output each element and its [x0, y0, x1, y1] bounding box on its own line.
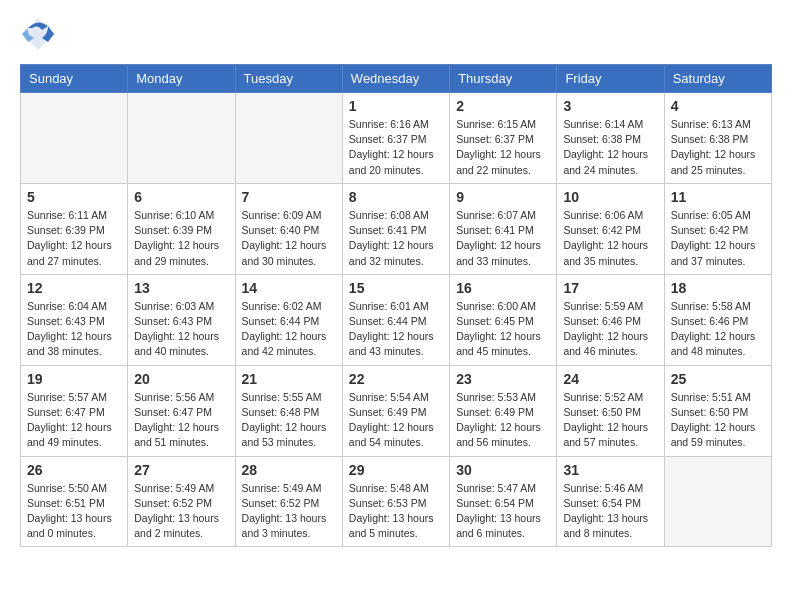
day-cell: 11Sunrise: 6:05 AMSunset: 6:42 PMDayligh…	[664, 183, 771, 274]
day-cell: 18Sunrise: 5:58 AMSunset: 6:46 PMDayligh…	[664, 274, 771, 365]
day-number: 9	[456, 189, 550, 205]
day-cell: 17Sunrise: 5:59 AMSunset: 6:46 PMDayligh…	[557, 274, 664, 365]
day-cell: 4Sunrise: 6:13 AMSunset: 6:38 PMDaylight…	[664, 93, 771, 184]
day-number: 4	[671, 98, 765, 114]
day-info: Sunrise: 5:55 AMSunset: 6:48 PMDaylight:…	[242, 390, 336, 451]
day-cell: 15Sunrise: 6:01 AMSunset: 6:44 PMDayligh…	[342, 274, 449, 365]
day-cell: 7Sunrise: 6:09 AMSunset: 6:40 PMDaylight…	[235, 183, 342, 274]
day-cell: 10Sunrise: 6:06 AMSunset: 6:42 PMDayligh…	[557, 183, 664, 274]
day-info: Sunrise: 5:59 AMSunset: 6:46 PMDaylight:…	[563, 299, 657, 360]
day-number: 29	[349, 462, 443, 478]
week-row-4: 26Sunrise: 5:50 AMSunset: 6:51 PMDayligh…	[21, 456, 772, 547]
day-cell: 12Sunrise: 6:04 AMSunset: 6:43 PMDayligh…	[21, 274, 128, 365]
header-day-saturday: Saturday	[664, 65, 771, 93]
header-day-sunday: Sunday	[21, 65, 128, 93]
day-info: Sunrise: 6:09 AMSunset: 6:40 PMDaylight:…	[242, 208, 336, 269]
day-info: Sunrise: 5:51 AMSunset: 6:50 PMDaylight:…	[671, 390, 765, 451]
day-info: Sunrise: 5:54 AMSunset: 6:49 PMDaylight:…	[349, 390, 443, 451]
day-number: 14	[242, 280, 336, 296]
day-cell: 13Sunrise: 6:03 AMSunset: 6:43 PMDayligh…	[128, 274, 235, 365]
day-cell: 27Sunrise: 5:49 AMSunset: 6:52 PMDayligh…	[128, 456, 235, 547]
day-number: 6	[134, 189, 228, 205]
day-number: 5	[27, 189, 121, 205]
day-number: 2	[456, 98, 550, 114]
header-day-tuesday: Tuesday	[235, 65, 342, 93]
day-info: Sunrise: 6:03 AMSunset: 6:43 PMDaylight:…	[134, 299, 228, 360]
day-number: 10	[563, 189, 657, 205]
day-cell: 25Sunrise: 5:51 AMSunset: 6:50 PMDayligh…	[664, 365, 771, 456]
day-cell: 26Sunrise: 5:50 AMSunset: 6:51 PMDayligh…	[21, 456, 128, 547]
day-number: 7	[242, 189, 336, 205]
day-info: Sunrise: 5:50 AMSunset: 6:51 PMDaylight:…	[27, 481, 121, 542]
day-cell: 29Sunrise: 5:48 AMSunset: 6:53 PMDayligh…	[342, 456, 449, 547]
day-info: Sunrise: 6:01 AMSunset: 6:44 PMDaylight:…	[349, 299, 443, 360]
day-info: Sunrise: 6:15 AMSunset: 6:37 PMDaylight:…	[456, 117, 550, 178]
day-cell: 3Sunrise: 6:14 AMSunset: 6:38 PMDaylight…	[557, 93, 664, 184]
day-cell: 24Sunrise: 5:52 AMSunset: 6:50 PMDayligh…	[557, 365, 664, 456]
day-cell: 6Sunrise: 6:10 AMSunset: 6:39 PMDaylight…	[128, 183, 235, 274]
header-day-thursday: Thursday	[450, 65, 557, 93]
day-info: Sunrise: 5:57 AMSunset: 6:47 PMDaylight:…	[27, 390, 121, 451]
day-number: 20	[134, 371, 228, 387]
day-cell: 19Sunrise: 5:57 AMSunset: 6:47 PMDayligh…	[21, 365, 128, 456]
day-number: 30	[456, 462, 550, 478]
day-info: Sunrise: 5:56 AMSunset: 6:47 PMDaylight:…	[134, 390, 228, 451]
day-number: 8	[349, 189, 443, 205]
week-row-2: 12Sunrise: 6:04 AMSunset: 6:43 PMDayligh…	[21, 274, 772, 365]
day-cell: 22Sunrise: 5:54 AMSunset: 6:49 PMDayligh…	[342, 365, 449, 456]
day-number: 22	[349, 371, 443, 387]
day-number: 26	[27, 462, 121, 478]
day-cell: 1Sunrise: 6:16 AMSunset: 6:37 PMDaylight…	[342, 93, 449, 184]
day-info: Sunrise: 6:06 AMSunset: 6:42 PMDaylight:…	[563, 208, 657, 269]
day-number: 13	[134, 280, 228, 296]
day-info: Sunrise: 6:08 AMSunset: 6:41 PMDaylight:…	[349, 208, 443, 269]
header-row: SundayMondayTuesdayWednesdayThursdayFrid…	[21, 65, 772, 93]
day-cell: 30Sunrise: 5:47 AMSunset: 6:54 PMDayligh…	[450, 456, 557, 547]
day-info: Sunrise: 6:02 AMSunset: 6:44 PMDaylight:…	[242, 299, 336, 360]
day-info: Sunrise: 6:07 AMSunset: 6:41 PMDaylight:…	[456, 208, 550, 269]
day-info: Sunrise: 5:53 AMSunset: 6:49 PMDaylight:…	[456, 390, 550, 451]
day-cell: 20Sunrise: 5:56 AMSunset: 6:47 PMDayligh…	[128, 365, 235, 456]
day-number: 31	[563, 462, 657, 478]
day-info: Sunrise: 6:10 AMSunset: 6:39 PMDaylight:…	[134, 208, 228, 269]
day-number: 1	[349, 98, 443, 114]
day-cell: 31Sunrise: 5:46 AMSunset: 6:54 PMDayligh…	[557, 456, 664, 547]
day-cell: 28Sunrise: 5:49 AMSunset: 6:52 PMDayligh…	[235, 456, 342, 547]
day-number: 16	[456, 280, 550, 296]
day-info: Sunrise: 6:16 AMSunset: 6:37 PMDaylight:…	[349, 117, 443, 178]
day-info: Sunrise: 5:46 AMSunset: 6:54 PMDaylight:…	[563, 481, 657, 542]
day-info: Sunrise: 6:05 AMSunset: 6:42 PMDaylight:…	[671, 208, 765, 269]
logo-icon	[20, 16, 56, 52]
day-info: Sunrise: 5:52 AMSunset: 6:50 PMDaylight:…	[563, 390, 657, 451]
header-day-friday: Friday	[557, 65, 664, 93]
day-number: 15	[349, 280, 443, 296]
day-info: Sunrise: 5:58 AMSunset: 6:46 PMDaylight:…	[671, 299, 765, 360]
day-cell	[664, 456, 771, 547]
day-cell: 14Sunrise: 6:02 AMSunset: 6:44 PMDayligh…	[235, 274, 342, 365]
day-number: 27	[134, 462, 228, 478]
week-row-3: 19Sunrise: 5:57 AMSunset: 6:47 PMDayligh…	[21, 365, 772, 456]
day-number: 24	[563, 371, 657, 387]
day-number: 12	[27, 280, 121, 296]
day-cell: 8Sunrise: 6:08 AMSunset: 6:41 PMDaylight…	[342, 183, 449, 274]
day-cell	[235, 93, 342, 184]
day-number: 3	[563, 98, 657, 114]
week-row-0: 1Sunrise: 6:16 AMSunset: 6:37 PMDaylight…	[21, 93, 772, 184]
day-cell	[21, 93, 128, 184]
header-day-monday: Monday	[128, 65, 235, 93]
day-cell: 23Sunrise: 5:53 AMSunset: 6:49 PMDayligh…	[450, 365, 557, 456]
day-info: Sunrise: 5:48 AMSunset: 6:53 PMDaylight:…	[349, 481, 443, 542]
day-cell: 21Sunrise: 5:55 AMSunset: 6:48 PMDayligh…	[235, 365, 342, 456]
day-cell	[128, 93, 235, 184]
day-number: 23	[456, 371, 550, 387]
day-cell: 16Sunrise: 6:00 AMSunset: 6:45 PMDayligh…	[450, 274, 557, 365]
day-info: Sunrise: 5:49 AMSunset: 6:52 PMDaylight:…	[134, 481, 228, 542]
day-cell: 2Sunrise: 6:15 AMSunset: 6:37 PMDaylight…	[450, 93, 557, 184]
day-number: 28	[242, 462, 336, 478]
day-number: 18	[671, 280, 765, 296]
day-info: Sunrise: 6:11 AMSunset: 6:39 PMDaylight:…	[27, 208, 121, 269]
day-number: 25	[671, 371, 765, 387]
day-info: Sunrise: 6:14 AMSunset: 6:38 PMDaylight:…	[563, 117, 657, 178]
day-number: 19	[27, 371, 121, 387]
logo	[20, 16, 60, 52]
